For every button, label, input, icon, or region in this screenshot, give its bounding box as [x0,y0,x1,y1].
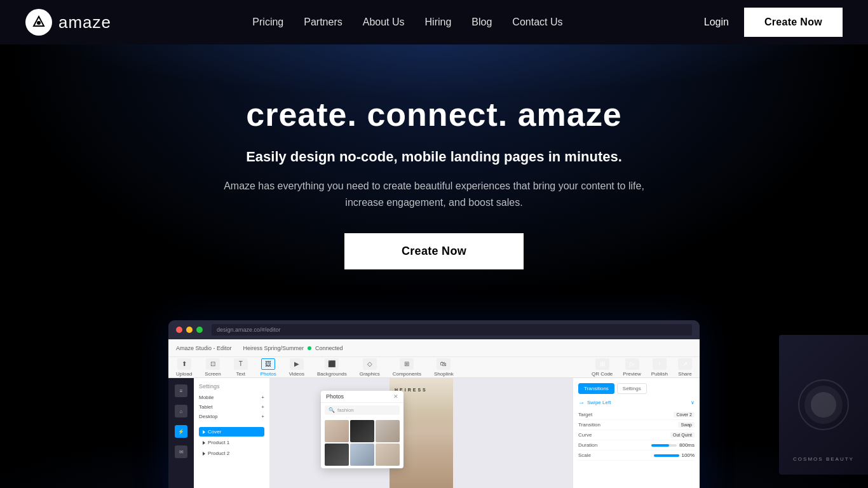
toolbar-upload[interactable]: ⬆ Upload [176,358,192,377]
duration-slider [651,444,677,447]
components-icon: ⊞ [400,358,414,370]
editor-right-panel: Transitions Settings → Swipe Left ∨ Targ… [573,378,700,488]
swipe-direction-row: → Swipe Left ∨ [578,399,695,406]
editor-toolbar-row: ⬆ Upload ⊡ Screen T Text 🖼 Photos [168,357,700,377]
editor-top-bar: Amaze Studio - Editor Heiress Spring/Sum… [168,339,700,378]
svg-point-0 [37,21,41,25]
page-product-1[interactable]: Product 1 [199,438,264,447]
nav-partners[interactable]: Partners [304,17,342,28]
toolbar-photos[interactable]: 🖼 Photos [261,358,276,377]
photos-grid [321,417,403,468]
duration-slider-fill [651,444,669,447]
editor-canvas: HEIRESS Photos ✕ 🔍 fashion [270,378,573,488]
share-icon: ↗ [678,358,692,370]
create-now-nav-button[interactable]: Create Now [744,8,843,37]
editor-left-sidebar: ≡ ⌂ ⚡ ✉ [168,378,194,488]
expand-icon [203,452,205,456]
cosmos-circle [798,379,849,430]
prop-scale-control[interactable]: 100% [654,452,695,458]
prop-scale: Scale 100% [578,451,695,461]
window-close-dot [176,327,182,333]
expand-icon [203,441,205,445]
photos-icon: 🖼 [261,358,275,370]
photo-thumb-6[interactable] [376,444,400,466]
prop-duration-control[interactable]: 800ms [651,442,695,448]
nav-hiring[interactable]: Hiring [425,17,452,28]
hero-subtitle: Easily design no-code, mobile landing pa… [25,149,843,165]
device-desktop-row[interactable]: Desktop + [199,412,264,421]
toolbar-publish[interactable]: ↑ Publish [651,358,668,377]
prop-transition-value[interactable]: Swap [678,422,695,428]
toolbar-screen[interactable]: ⊡ Screen [205,358,220,377]
prop-duration: Duration 800ms [578,440,695,451]
page-connected-label: Heiress Spring/Summer Connected [243,345,343,351]
page-cover[interactable]: Cover [199,427,264,437]
device-tablet-row[interactable]: Tablet + [199,403,264,411]
login-link[interactable]: Login [704,17,729,28]
photo-thumb-1[interactable] [325,420,349,442]
editor-toolbar: ⬆ Upload ⊡ Screen T Text 🖼 Photos [176,358,454,377]
pages-panel-header: Settings [199,383,264,390]
scale-slider [654,454,679,457]
expand-icon [203,430,205,434]
toolbar-shoplink[interactable]: 🛍 Shoplink [434,358,454,377]
page-product-2[interactable]: Product 2 [199,449,264,458]
prop-target-value[interactable]: Cover 2 [674,412,695,417]
cosmos-core [811,392,836,417]
photos-close-icon[interactable]: ✕ [393,393,398,400]
toolbar-videos[interactable]: ▶ Videos [289,358,304,377]
hero-tagline: create. connect. amaze [25,95,843,133]
sidebar-bolt-icon[interactable]: ⚡ [175,425,187,438]
nav-right: Login Create Now [704,8,843,37]
backgrounds-icon: ⬛ [325,358,339,370]
toolbar-graphics[interactable]: ◇ Graphics [360,358,380,377]
pages-panel: Settings Mobile + Tablet + Desktop + C [194,378,270,488]
logo-link[interactable]: amaze [25,9,111,36]
scale-slider-fill [654,454,679,457]
tab-transitions[interactable]: Transitions [578,383,614,394]
swipe-arrow-icon: → [578,399,585,406]
hero-tagline-regular: create. connect. [246,96,508,133]
screen-icon: ⊡ [206,358,220,370]
text-icon: T [234,358,248,370]
toolbar-text[interactable]: T Text [234,358,248,377]
sidebar-menu-icon[interactable]: ≡ [175,384,187,397]
nav-pricing[interactable]: Pricing [252,17,283,28]
nav-contact[interactable]: Contact Us [512,17,562,28]
nav-about[interactable]: About Us [363,17,405,28]
toolbar-components[interactable]: ⊞ Components [393,358,421,377]
panel-tabs: Transitions Settings [578,383,695,394]
logo-icon [25,9,52,36]
toolbar-backgrounds[interactable]: ⬛ Backgrounds [317,358,347,377]
photo-thumb-4[interactable] [325,444,349,466]
url-bar: design.amaze.co/#/editor [212,324,692,336]
editor-app-title: Amaze Studio - Editor [176,345,232,351]
tab-settings[interactable]: Settings [617,383,647,394]
photo-thumb-2[interactable] [350,420,374,442]
sidebar-envelope-icon[interactable]: ✉ [175,445,187,458]
cosmos-label: COSMOS BEAUTY [779,456,868,462]
create-now-hero-button[interactable]: Create Now [344,233,524,269]
photo-thumb-5[interactable] [350,444,374,466]
toolbar-share[interactable]: ↗ Share [678,358,692,377]
hero-description: Amaze has everything you need to create … [218,178,650,210]
brand-name: amaze [58,13,111,32]
graphics-icon: ◇ [363,358,377,370]
preview-icon: ▷ [625,358,639,370]
photos-search-bar[interactable]: 🔍 fashion [325,405,400,415]
sidebar-home-icon[interactable]: ⌂ [175,405,187,417]
editor-action-toolbar: ⊞ QR Code ▷ Preview ↑ Publish ↗ Share [592,358,692,377]
toolbar-preview[interactable]: ▷ Preview [623,358,641,377]
prop-curve-value[interactable]: Out Quint [670,432,695,438]
photo-thumb-3[interactable] [376,420,400,442]
nav-blog[interactable]: Blog [471,17,492,28]
videos-icon: ▶ [290,358,304,370]
window-minimize-dot [186,327,193,333]
window-maximize-dot [196,327,203,333]
device-mobile-row[interactable]: Mobile + [199,393,264,402]
toolbar-qr[interactable]: ⊞ QR Code [592,358,613,377]
publish-icon: ↑ [653,358,667,370]
qr-icon: ⊞ [595,358,609,370]
browser-window: design.amaze.co/#/editor Amaze Studio - … [168,320,700,488]
connected-indicator [308,346,311,350]
